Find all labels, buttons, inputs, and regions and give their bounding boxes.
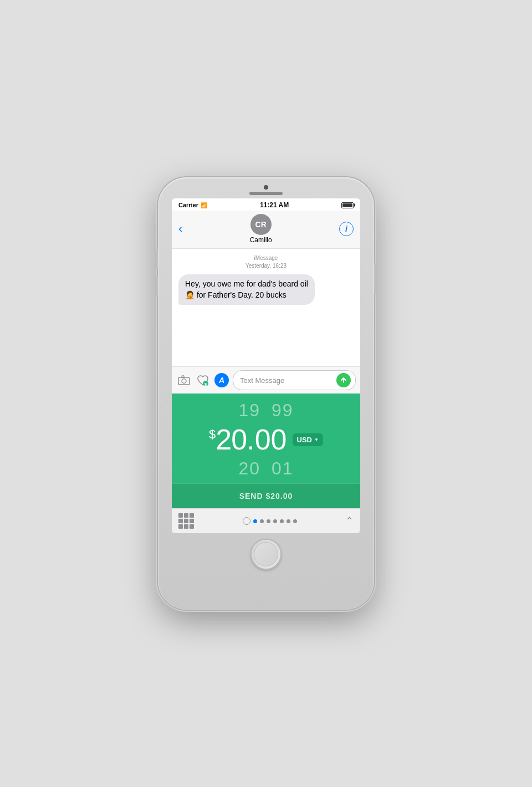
page-dot-active: [253, 519, 257, 523]
page-dot: [267, 519, 270, 523]
time-label: 11:21 AM: [260, 201, 289, 209]
status-bar: Carrier 📶 11:21 AM: [172, 198, 360, 211]
currency-label: USD: [297, 436, 312, 444]
clock-indicator: [243, 517, 250, 525]
payment-widget: 19 99 $ 20 .00 USD ▼ 20 01: [172, 394, 360, 508]
contact-name: Camillo: [250, 236, 272, 244]
carrier-label: Carrier: [178, 202, 198, 208]
heart-icon[interactable]: $: [195, 372, 211, 388]
home-button-inner: [254, 542, 278, 566]
volume-down-button[interactable]: [156, 276, 158, 296]
speaker-bar: [249, 192, 283, 195]
status-right: [341, 202, 354, 208]
camera-icon[interactable]: [176, 372, 192, 388]
next-decimal: 01: [272, 458, 294, 479]
phone-screen: Carrier 📶 11:21 AM ‹ CR Camillo i iMessa…: [172, 198, 360, 533]
amount-row-current: $ 20 .00 USD ▼: [209, 423, 323, 456]
prev-whole: 19: [238, 400, 260, 421]
back-button[interactable]: ‹: [178, 223, 182, 235]
page-dot: [280, 519, 284, 523]
dollar-sign: $: [209, 427, 216, 442]
amount-decimal: .00: [247, 423, 287, 456]
tray-dot: [178, 519, 183, 523]
power-button[interactable]: [374, 263, 376, 294]
phone-top: [158, 177, 374, 195]
appstore-icon[interactable]: A: [214, 372, 229, 388]
send-arrow-button[interactable]: [336, 373, 351, 387]
home-button[interactable]: [250, 539, 282, 570]
message-bubble: Hey, you owe me for dad's beard oil 🤦 fo…: [178, 274, 315, 305]
text-input-field[interactable]: Text Message: [240, 376, 333, 385]
page-dot: [260, 519, 264, 523]
page-dot: [293, 519, 297, 523]
tray-dot: [184, 513, 188, 518]
tray-collapse-button[interactable]: ⌃: [345, 515, 354, 527]
tray-dot: [184, 519, 188, 523]
status-left: Carrier 📶: [178, 202, 207, 208]
tray-page-indicators: [243, 517, 297, 525]
input-area: $ A Text Message: [172, 366, 360, 394]
next-whole: 20: [238, 458, 260, 479]
info-button[interactable]: i: [339, 222, 354, 236]
tray-dot: [178, 513, 183, 518]
send-payment-button[interactable]: SEND $20.00: [172, 483, 360, 508]
svg-rect-2: [182, 376, 184, 377]
svg-point-1: [182, 379, 186, 384]
tray-dot: [178, 524, 183, 529]
prev-decimal: 99: [272, 400, 294, 421]
svg-text:A: A: [218, 376, 224, 385]
message-time-label: iMessage Yesterday, 16:28: [178, 254, 354, 270]
currency-dropdown[interactable]: USD ▼: [293, 433, 323, 446]
svg-text:$: $: [204, 382, 207, 386]
battery-fill: [342, 203, 352, 207]
text-input-wrapper[interactable]: Text Message: [233, 370, 356, 390]
currency-arrow-icon: ▼: [314, 437, 319, 442]
avatar[interactable]: CR: [250, 214, 272, 235]
amount-row-next: 20 01: [238, 458, 293, 479]
amount-scroll-area[interactable]: 19 99 $ 20 .00 USD ▼ 20 01: [172, 394, 360, 483]
wifi-icon: 📶: [201, 202, 207, 208]
phone-frame: Carrier 📶 11:21 AM ‹ CR Camillo i iMessa…: [158, 177, 374, 610]
nav-bar: ‹ CR Camillo i: [172, 211, 360, 249]
tray-dot: [184, 524, 188, 529]
battery-icon: [341, 202, 354, 208]
tray-dot: [190, 524, 194, 529]
page-dot: [287, 519, 290, 523]
camera-dot: [264, 185, 268, 190]
tray-dot: [190, 519, 194, 523]
tray-dot: [190, 513, 194, 518]
amount-whole: 20: [216, 423, 247, 456]
contact-info: CR Camillo: [250, 214, 272, 244]
app-tray: ⌃: [172, 508, 360, 533]
amount-row-prev: 19 99: [238, 400, 293, 421]
volume-up-button[interactable]: [156, 249, 158, 269]
page-dot: [273, 519, 277, 523]
tray-grid-icon[interactable]: [178, 513, 194, 529]
messages-area: iMessage Yesterday, 16:28 Hey, you owe m…: [172, 249, 360, 366]
